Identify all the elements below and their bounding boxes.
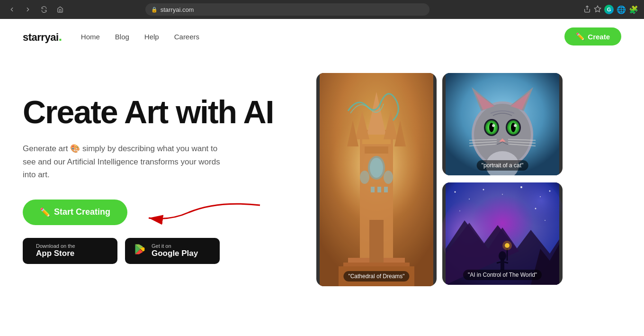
svg-point-57 [459, 210, 460, 211]
svg-line-64 [497, 262, 501, 263]
svg-rect-63 [501, 258, 504, 270]
svg-point-50 [455, 191, 456, 193]
address-bar[interactable]: 🔒 starryai.com [145, 3, 429, 16]
art-card-galaxy: "AI in Control of The World" [442, 182, 563, 285]
svg-point-58 [535, 208, 537, 209]
nav-create-button[interactable]: ✏️ Create [564, 27, 621, 45]
svg-point-59 [545, 220, 546, 221]
hero-section: Create Art with AI Generate art 🎨 simply… [0, 54, 644, 305]
nav-help[interactable]: Help [144, 33, 159, 41]
galaxy-label: "AI in Control of The World" [463, 270, 542, 280]
pointing-arrow [132, 198, 265, 227]
google-play-icon [134, 243, 147, 259]
bookmark-icon[interactable] [594, 5, 601, 14]
svg-marker-0 [594, 6, 600, 12]
create-icon: ✏️ [576, 32, 585, 41]
art-card-cat: "portrait of a cat" [442, 73, 563, 175]
extensions-icon[interactable]: 🧩 [629, 5, 638, 14]
home-button[interactable] [54, 4, 66, 15]
logo[interactable]: starryai. [23, 30, 62, 44]
hero-description: Generate art 🎨 simply by describing what… [23, 142, 231, 181]
svg-point-38 [514, 124, 517, 127]
refresh-button[interactable] [38, 4, 50, 15]
app-store-button[interactable]: Download on the App Store [23, 238, 117, 264]
logo-dot: . [59, 29, 62, 44]
cat-label: "portrait of a cat" [477, 160, 528, 171]
nav-home[interactable]: Home [81, 33, 100, 41]
svg-point-56 [549, 191, 551, 192]
svg-point-37 [492, 124, 495, 127]
svg-point-36 [511, 123, 516, 132]
forward-button[interactable] [22, 4, 34, 15]
svg-rect-23 [320, 73, 433, 286]
svg-line-65 [504, 262, 508, 263]
hero-cta-row: ✏️ Start Creating [23, 198, 288, 227]
svg-point-55 [540, 196, 541, 197]
browser-chrome: 🔒 starryai.com G 🌐 🧩 [0, 0, 644, 19]
nav-careers[interactable]: Careers [174, 33, 199, 41]
svg-point-51 [469, 199, 470, 200]
back-button[interactable] [6, 4, 18, 15]
google-play-button[interactable]: Get it on Google Play [125, 238, 220, 264]
hero-images: "Cathedral of Dreams" [316, 73, 563, 286]
nav-blog[interactable]: Blog [115, 33, 129, 41]
google-play-text: Get it on Google Play [152, 243, 198, 258]
start-creating-button[interactable]: ✏️ Start Creating [23, 200, 127, 225]
store-buttons: Download on the App Store Ge [23, 238, 288, 264]
hero-left: Create Art with AI Generate art 🎨 simply… [23, 95, 288, 264]
art-card-cathedral: "Cathedral of Dreams" [316, 73, 437, 286]
cathedral-label: "Cathedral of Dreams" [343, 271, 409, 282]
svg-point-54 [520, 186, 522, 188]
url-text: starryai.com [161, 6, 194, 13]
website-content: starryai. Home Blog Help Careers ✏️ Crea… [0, 19, 644, 336]
arrow-container [132, 198, 265, 227]
browser-actions: G 🌐 🧩 [583, 5, 638, 14]
svg-point-35 [489, 123, 494, 132]
nav-links: Home Blog Help Careers [81, 33, 199, 41]
svg-point-52 [483, 189, 484, 191]
lock-icon: 🔒 [151, 7, 158, 13]
app-store-text: Download on the App Store [36, 243, 75, 258]
pencil-icon: ✏️ [40, 207, 50, 218]
svg-point-53 [502, 194, 503, 195]
globe-icon[interactable]: 🌐 [617, 5, 626, 14]
grammarly-icon: G [604, 5, 614, 14]
hero-title: Create Art with AI [23, 95, 288, 129]
navigation: starryai. Home Blog Help Careers ✏️ Crea… [0, 19, 644, 54]
svg-point-68 [502, 241, 512, 250]
share-icon[interactable] [583, 5, 591, 14]
